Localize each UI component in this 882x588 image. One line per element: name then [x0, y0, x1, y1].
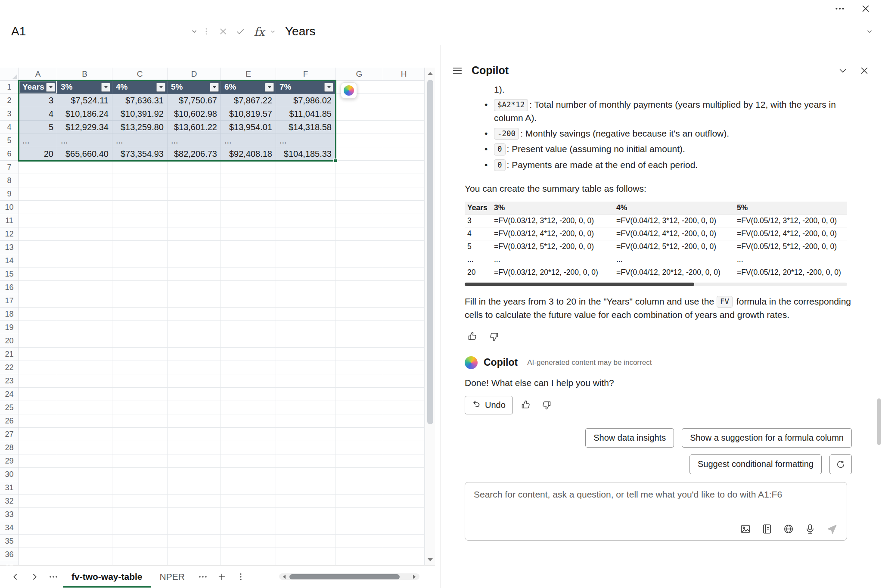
cell-G23[interactable]	[335, 374, 383, 388]
cell-B32[interactable]	[57, 495, 112, 508]
cell-E15[interactable]	[221, 268, 276, 281]
window-more-icon[interactable]	[831, 2, 848, 15]
cell-B3[interactable]: $10,186.24	[57, 107, 112, 121]
cell-C35[interactable]	[112, 535, 168, 548]
cell-F3[interactable]: $11,041.85	[276, 107, 335, 121]
row-header-37[interactable]: 37	[0, 561, 19, 565]
cell-H1[interactable]	[383, 81, 425, 94]
cell-G6[interactable]	[335, 147, 383, 161]
cell-D13[interactable]	[168, 241, 221, 254]
cell-A31[interactable]	[19, 481, 57, 495]
cell-H17[interactable]	[383, 294, 425, 308]
cell-C5[interactable]: ...	[112, 134, 168, 147]
cell-D37[interactable]	[168, 561, 221, 565]
cell-F16[interactable]	[276, 281, 335, 294]
enter-icon[interactable]	[233, 18, 248, 45]
cell-E8[interactable]	[221, 174, 276, 187]
row-header-27[interactable]: 27	[0, 428, 19, 441]
cell-C10[interactable]	[112, 201, 168, 214]
cell-G7[interactable]	[335, 161, 383, 174]
filter-button-6%[interactable]	[265, 83, 274, 92]
cell-H30[interactable]	[383, 468, 425, 481]
cell-A18[interactable]	[19, 308, 57, 321]
cell-C8[interactable]	[112, 174, 168, 187]
cell-F1[interactable]: 7%	[276, 81, 335, 94]
cell-D6[interactable]: $82,206.73	[168, 147, 221, 161]
cell-G37[interactable]	[335, 561, 383, 565]
cell-E33[interactable]	[221, 508, 276, 521]
cell-A1[interactable]: Years	[19, 81, 57, 94]
table-horizontal-scrollbar[interactable]	[465, 283, 847, 286]
undo-button[interactable]: Undo	[465, 396, 513, 414]
cell-B5[interactable]: ...	[57, 134, 112, 147]
row-header-1[interactable]: 1	[0, 81, 19, 94]
row-header-19[interactable]: 19	[0, 321, 19, 334]
cell-E34[interactable]	[221, 521, 276, 535]
row-header-7[interactable]: 7	[0, 161, 19, 174]
cell-E22[interactable]	[221, 361, 276, 374]
row-header-29[interactable]: 29	[0, 454, 19, 468]
cell-D33[interactable]	[168, 508, 221, 521]
cell-F22[interactable]	[276, 361, 335, 374]
cell-A22[interactable]	[19, 361, 57, 374]
row-header-10[interactable]: 10	[0, 201, 19, 214]
column-header-G[interactable]: G	[335, 68, 383, 81]
cell-E32[interactable]	[221, 495, 276, 508]
row-header-26[interactable]: 26	[0, 414, 19, 428]
cell-B10[interactable]	[57, 201, 112, 214]
cell-C26[interactable]	[112, 414, 168, 428]
cell-G8[interactable]	[335, 174, 383, 187]
row-header-33[interactable]: 33	[0, 508, 19, 521]
cell-A30[interactable]	[19, 468, 57, 481]
cell-C7[interactable]	[112, 161, 168, 174]
cell-C21[interactable]	[112, 348, 168, 361]
cell-A20[interactable]	[19, 334, 57, 348]
cell-H3[interactable]	[383, 107, 425, 121]
cell-G19[interactable]	[335, 321, 383, 334]
cell-C29[interactable]	[112, 454, 168, 468]
cell-G28[interactable]	[335, 441, 383, 454]
cell-F9[interactable]	[276, 187, 335, 201]
cell-C4[interactable]: $13,259.80	[112, 121, 168, 134]
cell-G34[interactable]	[335, 521, 383, 535]
cell-C11[interactable]	[112, 214, 168, 227]
cell-E18[interactable]	[221, 308, 276, 321]
cell-E25[interactable]	[221, 401, 276, 414]
refresh-suggestions-button[interactable]	[829, 454, 852, 474]
cell-G21[interactable]	[335, 348, 383, 361]
cell-H4[interactable]	[383, 121, 425, 134]
cell-G26[interactable]	[335, 414, 383, 428]
cell-H5[interactable]	[383, 134, 425, 147]
copilot-cell-button[interactable]	[341, 82, 357, 99]
cell-B19[interactable]	[57, 321, 112, 334]
cell-B13[interactable]	[57, 241, 112, 254]
cell-H25[interactable]	[383, 401, 425, 414]
cell-G22[interactable]	[335, 361, 383, 374]
suggestion-show-data-insights[interactable]: Show data insights	[585, 428, 674, 448]
cell-D16[interactable]	[168, 281, 221, 294]
cell-F19[interactable]	[276, 321, 335, 334]
cell-F5[interactable]: ...	[276, 134, 335, 147]
panel-scrollbar-thumb[interactable]	[877, 398, 881, 445]
cell-H31[interactable]	[383, 481, 425, 495]
cell-A5[interactable]: ...	[19, 134, 57, 147]
cell-D19[interactable]	[168, 321, 221, 334]
cell-B8[interactable]	[57, 174, 112, 187]
cell-C28[interactable]	[112, 441, 168, 454]
cell-B20[interactable]	[57, 334, 112, 348]
cell-A21[interactable]	[19, 348, 57, 361]
cell-B18[interactable]	[57, 308, 112, 321]
cell-C9[interactable]	[112, 187, 168, 201]
cell-H20[interactable]	[383, 334, 425, 348]
cell-C30[interactable]	[112, 468, 168, 481]
cell-D3[interactable]: $10,602.98	[168, 107, 221, 121]
cell-G14[interactable]	[335, 254, 383, 268]
cell-F7[interactable]	[276, 161, 335, 174]
cell-H8[interactable]	[383, 174, 425, 187]
row-header-4[interactable]: 4	[0, 121, 19, 134]
cell-H18[interactable]	[383, 308, 425, 321]
cell-H26[interactable]	[383, 414, 425, 428]
cell-F29[interactable]	[276, 454, 335, 468]
cell-G31[interactable]	[335, 481, 383, 495]
cell-E6[interactable]: $92,408.18	[221, 147, 276, 161]
